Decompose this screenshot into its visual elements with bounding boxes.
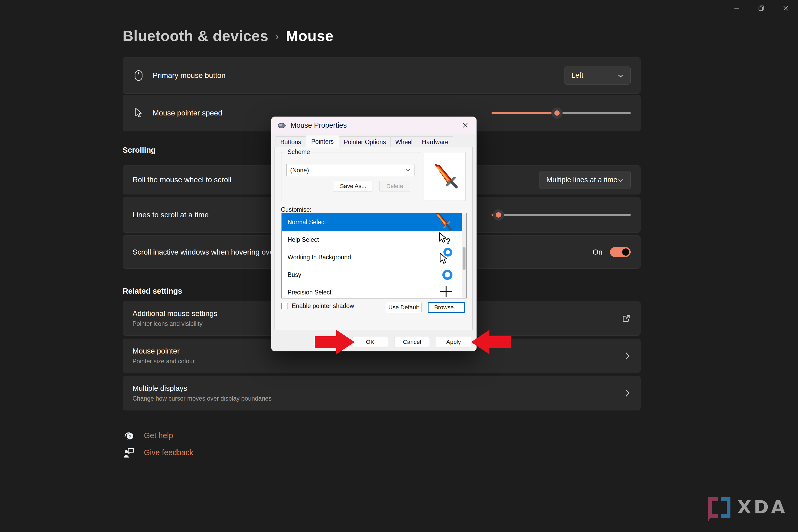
pointer-list-item[interactable]: Working In Background [282,248,466,266]
browse-button[interactable]: Browse... [428,302,465,313]
pointer-list: Normal Select Help Select [281,213,467,299]
apply-button[interactable]: Apply [436,337,471,347]
svg-text:?: ? [129,434,131,439]
lines-scroll-thumb[interactable] [493,209,504,221]
pointer-item-label: Normal Select [288,218,326,226]
toggle-state-label: On [593,248,603,256]
restore-button[interactable] [749,0,774,17]
window-controls [725,0,798,17]
scroll-inactive-label: Scroll inactive windows when hovering ov… [132,248,295,256]
chevron-right-icon [624,388,631,398]
additional-mouse-subtitle: Pointer icons and visibility [132,320,217,327]
delete-button[interactable]: Delete [379,180,410,192]
flame-sword-cursor-icon [431,163,459,190]
cancel-button[interactable]: Cancel [394,337,430,347]
primary-button-dropdown[interactable]: Left [564,66,631,84]
external-link-icon [622,314,631,323]
pointer-shadow-row: Enable pointer shadow [281,302,354,310]
dialog-close-button[interactable] [460,120,471,131]
multiple-displays-subtitle: Change how cursor moves over display bou… [132,395,271,402]
scheme-value: (None) [290,167,309,174]
flame-sword-cursor-icon [433,213,453,233]
scroll-inactive-toggle[interactable] [610,247,631,257]
xda-logo: XDA [708,497,787,518]
dialog-tabs: Buttons Pointers Pointer Options Wheel H… [276,136,453,148]
pointer-preview-box [424,152,466,201]
lines-scroll-slider[interactable] [492,206,631,224]
toggle-knob [622,248,629,255]
arrow-question-cursor-icon: ? [437,232,453,248]
pointer-item-label: Precision Select [288,289,331,296]
lines-scroll-track[interactable] [492,214,631,216]
tab-pointer-options[interactable]: Pointer Options [339,136,391,147]
pointer-speed-thumb[interactable] [551,108,563,119]
restore-icon [758,5,765,12]
settings-window: Bluetooth & devices › Mouse Primary mous… [0,0,798,532]
pointer-list-item[interactable]: Help Select ? [282,231,466,248]
tab-pointers[interactable]: Pointers [306,135,339,148]
pointer-shadow-checkbox[interactable] [281,303,288,309]
dialog-mouse-icon [277,122,286,129]
pointer-speed-track[interactable] [492,112,631,114]
crosshair-cursor-icon [440,285,453,299]
pointer-item-label: Busy [288,271,301,279]
roll-wheel-value: Multiple lines at a time [546,176,618,184]
customise-label: Customise: [281,206,311,213]
scheme-groupbox: Scheme (None) Save As... Delete [281,152,420,201]
close-icon [782,5,789,12]
mouse-pointer-subtitle: Pointer size and colour [132,358,195,365]
pointer-list-item[interactable]: Precision Select [282,284,466,299]
arrow-spinner-cursor-icon [437,248,453,266]
chevron-down-icon [405,169,411,172]
give-feedback-link[interactable]: Give feedback [122,444,193,461]
use-default-button[interactable]: Use Default [386,302,422,313]
tab-buttons[interactable]: Buttons [276,136,306,147]
pointers-tab-page: Scheme (None) Save As... Delete Cust [274,147,473,330]
roll-wheel-dropdown[interactable]: Multiple lines at a time [539,171,631,189]
pointer-list-item[interactable]: Normal Select [282,213,466,231]
mouse-properties-dialog: Mouse Properties Buttons Pointers Pointe… [271,116,477,352]
dialog-titlebar[interactable]: Mouse Properties [271,117,476,134]
pointer-speed-slider[interactable] [492,104,631,122]
ok-button[interactable]: OK [352,337,388,347]
help-headset-icon: ? [122,429,135,442]
multiple-displays-title: Multiple displays [132,384,271,393]
spinner-ring-cursor-icon [442,270,453,280]
feedback-person-icon [122,446,135,459]
row-multiple-displays[interactable]: Multiple displays Change how cursor move… [122,376,641,411]
primary-button-value: Left [571,71,583,79]
row-primary-mouse-button: Primary mouse button Left [122,57,641,94]
mouse-pointer-title: Mouse pointer [132,347,195,355]
chevron-down-icon [618,71,624,79]
pointer-speed-label: Mouse pointer speed [153,109,222,117]
scheme-combobox[interactable]: (None) [286,164,414,176]
chevron-right-icon [624,352,631,360]
pointer-list-scrollbar[interactable] [462,213,466,298]
minimize-button[interactable] [725,0,749,17]
cursor-icon [132,107,145,119]
pointer-shadow-label: Enable pointer shadow [292,302,354,310]
give-feedback-label: Give feedback [144,448,193,457]
save-as-button[interactable]: Save As... [334,180,373,192]
pointer-speed-fill [492,112,557,114]
tab-wheel[interactable]: Wheel [391,136,417,147]
pointer-item-label: Working In Background [288,254,351,261]
tab-hardware[interactable]: Hardware [417,136,453,147]
svg-text:?: ? [445,236,451,246]
xda-logo-text: XDA [737,497,787,518]
mouse-icon [132,70,145,82]
get-help-link[interactable]: ? Get help [122,427,173,444]
scheme-legend: Scheme [285,148,312,156]
scrollbar-thumb[interactable] [462,247,466,270]
pointer-list-item[interactable]: Busy [282,266,466,284]
scrolling-section-header: Scrolling [122,146,156,155]
pointer-item-label: Help Select [288,236,319,243]
primary-mouse-button-label: Primary mouse button [153,71,226,80]
get-help-label: Get help [144,431,173,440]
lines-scroll-label: Lines to scroll at a time [132,211,209,219]
close-icon [462,122,469,129]
chevron-down-icon [618,176,624,184]
xda-bracket-left [708,497,718,518]
close-button[interactable] [774,0,798,17]
dialog-title: Mouse Properties [290,121,347,130]
